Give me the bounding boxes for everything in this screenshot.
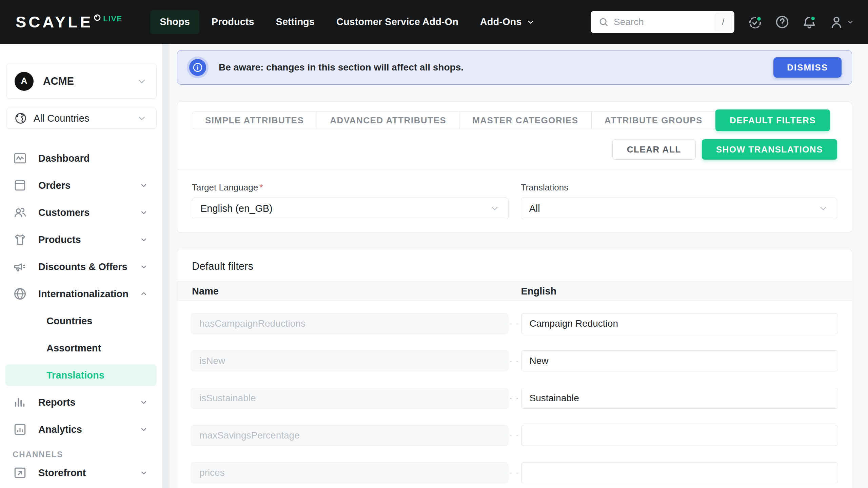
search-icon — [598, 17, 609, 27]
topbar: SCAYLE LIVE Shops Products Settings Cust… — [0, 0, 868, 44]
customers-icon — [13, 205, 27, 220]
row-separator: - - — [508, 394, 521, 403]
sidebar-scrollbar[interactable] — [162, 44, 170, 488]
chevron-down-icon — [846, 18, 854, 26]
sidebar-item-translations[interactable]: Translations — [0, 362, 162, 389]
sidebar-item-orders[interactable]: Orders — [0, 172, 162, 199]
chevron-down-icon — [139, 468, 149, 477]
filter-english-input[interactable] — [521, 313, 839, 334]
logo-ring-icon — [94, 14, 101, 21]
nav-item-add-ons[interactable]: Add-Ons — [471, 10, 545, 34]
topbar-icons — [747, 14, 854, 30]
translations-field: Translations All — [521, 182, 837, 219]
sidebar-item-reports[interactable]: Reports — [0, 389, 162, 416]
dismiss-button[interactable]: DISMISS — [773, 57, 842, 78]
sidebar-item-discounts-offers[interactable]: Discounts & Offers — [0, 253, 162, 280]
bar-chart-icon — [13, 395, 27, 410]
sidebar-item-internationalization[interactable]: Internationalization — [0, 280, 162, 307]
column-header-name: Name — [192, 286, 508, 297]
search-input[interactable] — [614, 17, 715, 27]
table-header: Name English — [177, 281, 852, 301]
nav-item-settings[interactable]: Settings — [267, 10, 324, 34]
tab-attribute-groups[interactable]: ATTRIBUTE GROUPS — [592, 112, 716, 129]
logo-text: SCAYLE — [16, 12, 93, 32]
filter-english-input[interactable] — [521, 425, 839, 446]
target-language-label: Target Language* — [192, 182, 509, 193]
table-row: - - — [191, 462, 838, 483]
filter-rows: - - - - - - - - — [177, 301, 852, 488]
translations-label: Translations — [521, 182, 837, 193]
help-icon[interactable] — [774, 14, 790, 30]
info-banner: Be aware: changes in this section will a… — [177, 50, 852, 85]
sidebar-item-dashboard[interactable]: Dashboard — [0, 145, 162, 172]
target-language-field: Target Language* English (en_GB) — [192, 182, 509, 219]
translations-value: All — [529, 203, 540, 214]
show-translations-button[interactable]: SHOW TRANSLATIONS — [702, 139, 837, 160]
nav-item-shops[interactable]: Shops — [150, 10, 199, 34]
search-box[interactable]: / — [591, 11, 734, 33]
attributes-card: SIMPLE ATTRIBUTES ADVANCED ATTRIBUTES MA… — [177, 102, 852, 232]
chevron-down-icon — [139, 425, 149, 434]
nav-item-customer-service-add-on[interactable]: Customer Service Add-On — [327, 10, 468, 34]
actions-row: CLEAR ALL SHOW TRANSLATIONS — [192, 139, 837, 160]
live-badge: LIVE — [103, 15, 122, 23]
chevron-down-icon — [139, 181, 149, 190]
country-selector-label: All Countries — [34, 113, 89, 124]
nav-item-products[interactable]: Products — [202, 10, 264, 34]
tshirt-icon — [13, 232, 27, 247]
default-filters-card: Default filters Name English - - - - — [177, 249, 852, 488]
user-menu[interactable] — [829, 14, 854, 30]
analytics-icon — [13, 422, 27, 437]
filter-name-input[interactable] — [191, 388, 508, 409]
translations-select[interactable]: All — [521, 198, 837, 219]
chevron-down-icon — [139, 208, 149, 217]
info-icon — [187, 57, 209, 78]
chevron-down-icon — [489, 203, 500, 214]
required-asterisk: * — [259, 182, 263, 192]
filter-english-input[interactable] — [521, 388, 839, 409]
sidebar-item-storefront[interactable]: Storefront — [0, 459, 162, 486]
tab-advanced-attributes[interactable]: ADVANCED ATTRIBUTES — [317, 112, 459, 129]
internationalization-globe-icon — [13, 286, 27, 301]
filter-name-input[interactable] — [191, 425, 508, 446]
sidebar-item-analytics[interactable]: Analytics — [0, 416, 162, 443]
search-shortcut-badge: / — [715, 13, 732, 31]
megaphone-icon — [13, 259, 27, 274]
filter-name-input[interactable] — [191, 313, 508, 334]
filter-english-input[interactable] — [521, 462, 839, 483]
table-row: - - — [191, 388, 838, 409]
sidebar-item-products[interactable]: Products — [0, 226, 162, 253]
tab-default-filters[interactable]: DEFAULT FILTERS — [715, 109, 830, 131]
active-item-highlight: Translations — [5, 364, 157, 386]
chevron-down-icon — [136, 113, 147, 124]
user-icon — [829, 14, 844, 30]
table-row: - - — [191, 350, 838, 371]
bell-icon[interactable] — [802, 14, 817, 30]
table-row: - - — [191, 313, 838, 334]
status-icon[interactable] — [747, 14, 763, 30]
tab-simple-attributes[interactable]: SIMPLE ATTRIBUTES — [192, 112, 317, 129]
row-separator: - - — [508, 468, 521, 477]
chevron-down-icon — [139, 235, 149, 244]
filter-english-input[interactable] — [521, 350, 839, 371]
chevron-down-icon — [818, 203, 829, 214]
tab-master-categories[interactable]: MASTER CATEGORIES — [459, 112, 591, 129]
chevron-down-icon — [139, 262, 149, 271]
dashboard-icon — [13, 151, 27, 166]
chevron-up-icon — [139, 289, 149, 299]
country-selector[interactable]: All Countries — [6, 108, 157, 129]
filter-name-input[interactable] — [191, 350, 508, 371]
row-separator: - - — [508, 357, 521, 365]
sidebar-item-customers[interactable]: Customers — [0, 199, 162, 226]
sidebar-item-assortment[interactable]: Assortment — [0, 334, 162, 362]
row-separator: - - — [508, 431, 521, 440]
sidebar-item-countries[interactable]: Countries — [0, 307, 162, 334]
clear-all-button[interactable]: CLEAR ALL — [612, 139, 696, 160]
target-language-select[interactable]: English (en_GB) — [192, 198, 509, 219]
tab-group: SIMPLE ATTRIBUTES ADVANCED ATTRIBUTES MA… — [192, 111, 716, 129]
target-language-value: English (en_GB) — [200, 203, 273, 214]
filter-name-input[interactable] — [191, 462, 508, 483]
org-selector[interactable]: A ACME — [6, 64, 157, 99]
sidebar-menu: Dashboard Orders Customers — [0, 145, 162, 486]
filters-form: Target Language* English (en_GB) Transla… — [192, 169, 837, 219]
